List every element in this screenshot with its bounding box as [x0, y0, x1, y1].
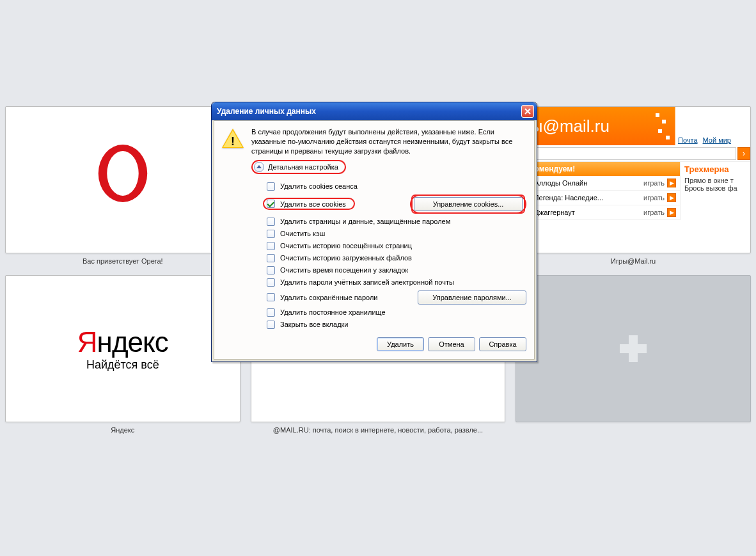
option-delete-session-cookies: Удалить cookies сеанса — [267, 180, 526, 193]
game-title: Джаггернаут — [534, 209, 575, 216]
mailru-header: ры@mail.ru КУНГ-ФУ ПАНДА 2 Почта Мой мир — [516, 107, 750, 145]
checkbox[interactable] — [267, 182, 275, 191]
speeddial-tile-mailru-games[interactable]: ры@mail.ru КУНГ-ФУ ПАНДА 2 Почта Мой мир… — [510, 101, 756, 270]
option-delete-saved-passwords: Удалить сохранённые пароли Управление па… — [267, 289, 526, 306]
option-clear-cache: Очистить кэш — [267, 228, 526, 240]
checkbox[interactable] — [267, 200, 275, 208]
thumbnail — [5, 106, 240, 253]
detailed-settings-toggle[interactable]: Детальная настройка — [251, 160, 346, 174]
promo-text: Брось вызов фа — [684, 184, 746, 192]
game-item[interactable]: Легенда: Наследие... играть▶ — [516, 191, 680, 205]
checkbox-label: Очистить историю посещённых страниц — [280, 242, 412, 250]
checkbox-label: Очистить историю загруженных файлов — [280, 254, 412, 262]
manage-passwords-button[interactable]: Управление паролями... — [418, 290, 526, 305]
option-close-all-tabs: Закрыть все вкладки — [267, 319, 526, 331]
checkbox[interactable] — [267, 254, 275, 262]
close-button[interactable] — [521, 105, 534, 118]
checkbox[interactable] — [267, 308, 275, 317]
promo-panel: Трехмерна Прямо в окне т Брось вызов фа — [680, 162, 750, 220]
option-clear-bookmark-times: Очистить время посещения у закладок — [267, 264, 526, 276]
promo-title: Трехмерна — [684, 164, 746, 174]
checkbox-label: Удалить страницы и данные, защищённые па… — [280, 218, 450, 225]
help-button[interactable]: Справка — [479, 337, 526, 351]
checkbox[interactable] — [267, 293, 275, 301]
option-delete-email-passwords: Удалить пароли учётных записей электронн… — [267, 276, 526, 289]
pixel-decoration — [656, 107, 673, 145]
tile-caption: Яндекс — [111, 426, 134, 434]
promo-text: Прямо в окне т — [684, 177, 746, 184]
speeddial-add-tile[interactable] — [510, 270, 756, 439]
plus-icon — [620, 335, 647, 362]
checkbox-label: Удалить cookies сеанса — [280, 182, 358, 190]
checkbox-label: Удалить сохранённые пароли — [280, 294, 377, 301]
option-clear-downloads-history: Очистить историю загруженных файлов — [267, 252, 526, 264]
play-link[interactable]: играть▶ — [643, 179, 676, 187]
option-delete-persistent-storage: Удалить постоянное хранилище — [267, 306, 526, 319]
delete-private-data-dialog: Удаление личных данных ! В случае продол… — [211, 102, 537, 362]
checkbox-label: Закрыть все вкладки — [280, 321, 349, 328]
play-link[interactable]: играть▶ — [643, 208, 676, 217]
delete-button[interactable]: Удалить — [377, 337, 424, 351]
dialog-title: Удаление личных данных — [217, 107, 316, 116]
checkbox[interactable] — [267, 218, 275, 226]
search-input[interactable] — [516, 147, 736, 160]
mailru-nav: Почта Мой мир — [675, 107, 750, 145]
chevron-up-icon — [254, 162, 264, 172]
warning-icon: ! — [222, 129, 244, 148]
dialog-message: В случае продолжения будут выполнены дей… — [251, 127, 526, 156]
thumbnail: Яндекс Найдётся всё — [5, 275, 240, 422]
search-go-button[interactable]: › — [737, 147, 750, 160]
thumbnail: ры@mail.ru КУНГ-ФУ ПАНДА 2 Почта Мой мир… — [516, 106, 751, 253]
speeddial-tile-yandex[interactable]: Яндекс Найдётся всё Яндекс — [0, 270, 246, 439]
checkbox[interactable] — [267, 321, 275, 329]
checkbox[interactable] — [267, 266, 275, 274]
tile-caption: Игры@Mail.ru — [611, 257, 656, 265]
checkbox-label: Очистить время посещения у закладок — [280, 266, 408, 274]
option-delete-all-cookies: Удалить все cookies Управление cookies..… — [267, 193, 526, 216]
opera-icon — [98, 145, 148, 202]
checkbox-label: Очистить кэш — [280, 230, 325, 237]
nav-world-link[interactable]: Мой мир — [703, 136, 731, 144]
close-icon — [524, 108, 531, 115]
game-item[interactable]: Аллоды Онлайн играть▶ — [516, 176, 680, 191]
checkbox-label: Удалить постоянное хранилище — [280, 308, 386, 316]
checkbox-list: Удалить cookies сеанса Удалить все cooki… — [267, 180, 526, 331]
option-clear-history: Очистить историю посещённых страниц — [267, 240, 526, 252]
play-link[interactable]: играть▶ — [643, 193, 676, 202]
checkbox[interactable] — [267, 242, 275, 250]
checkbox[interactable] — [267, 230, 275, 238]
tile-caption: Вас приветствует Opera! — [83, 257, 163, 265]
nav-mail-link[interactable]: Почта — [678, 136, 698, 144]
checkbox-label: Удалить все cookies — [280, 200, 346, 208]
tile-caption: @MAIL.RU: почта, поиск в интернете, ново… — [273, 426, 483, 434]
thumbnail[interactable] — [516, 275, 751, 422]
dialog-titlebar[interactable]: Удаление личных данных — [212, 102, 537, 120]
game-item[interactable]: Джаггернаут играть▶ — [516, 205, 680, 220]
yandex-logo: Яндекс — [77, 326, 168, 358]
speeddial-tile-opera[interactable]: Вас приветствует Opera! — [0, 101, 246, 270]
yandex-tagline: Найдётся всё — [77, 358, 168, 372]
recommend-header: Рекомендуем! — [516, 162, 680, 176]
mailru-search-bar: › — [516, 145, 750, 162]
option-delete-protected-pages: Удалить страницы и данные, защищённые па… — [267, 216, 526, 228]
manage-cookies-button[interactable]: Управление cookies... — [414, 197, 523, 211]
cancel-button[interactable]: Отмена — [428, 337, 475, 351]
game-title: Легенда: Наследие... — [534, 194, 603, 202]
toggle-label: Детальная настройка — [268, 163, 338, 171]
checkbox-label: Удалить пароли учётных записей электронн… — [280, 278, 454, 286]
checkbox[interactable] — [267, 278, 275, 287]
game-title: Аллоды Онлайн — [534, 179, 587, 187]
